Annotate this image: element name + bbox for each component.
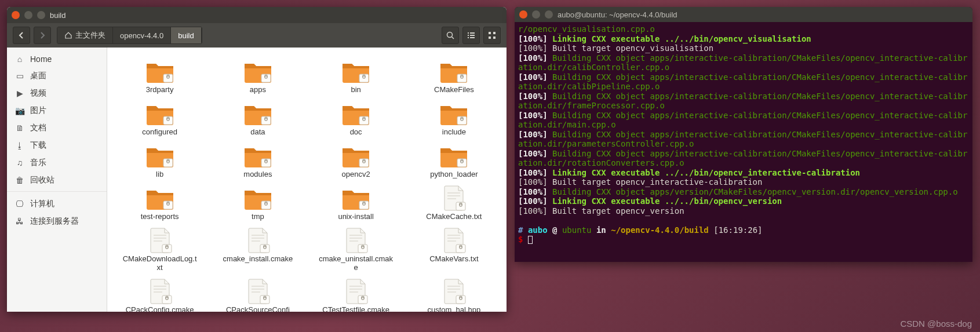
sidebar-icon: 🖧 [15, 217, 24, 226]
sidebar-icon: 📷 [15, 106, 24, 115]
sidebar-item[interactable]: 🖵计算机 [7, 195, 107, 213]
file-item[interactable]: CTestTestfile.cmake [307, 278, 405, 312]
folder-icon [145, 185, 175, 211]
item-label: CMakeCache.txt [426, 213, 482, 221]
folder-icon [341, 143, 371, 169]
item-label: apps [250, 86, 266, 94]
folder-icon [243, 58, 273, 85]
fm-sidebar: ⌂Home▭桌面▶视频📷图片🗎文档⭳下载♫音乐🗑回收站🖵计算机🖧连接到服务器 [7, 48, 107, 312]
nav-back-button[interactable] [13, 27, 30, 44]
file-icon [243, 278, 273, 305]
term-minimize-icon[interactable] [532, 10, 540, 19]
sidebar-item[interactable]: ▭桌面 [7, 67, 107, 85]
fm-icon-grid[interactable]: 3rdpartyappsbinCMakeFilesconfigureddatad… [107, 48, 507, 312]
sidebar-item-label: 连接到服务器 [30, 216, 79, 227]
file-item[interactable]: CMakeVars.txt [405, 227, 503, 275]
list-icon [467, 31, 476, 40]
fm-body: ⌂Home▭桌面▶视频📷图片🗎文档⭳下载♫音乐🗑回收站🖵计算机🖧连接到服务器 3… [7, 48, 507, 312]
svg-rect-5 [470, 35, 475, 36]
sidebar-item-label: 视频 [30, 88, 46, 98]
folder-item[interactable]: data [209, 100, 307, 139]
term-maximize-icon[interactable] [545, 10, 553, 19]
fm-titlebar[interactable]: build [7, 7, 507, 23]
folder-icon [341, 100, 371, 127]
folder-item[interactable]: apps [209, 58, 307, 97]
folder-item[interactable]: 3rdparty [111, 58, 209, 97]
folder-icon [145, 100, 175, 127]
window-close-icon[interactable] [12, 11, 20, 19]
sidebar-icon: ♫ [15, 158, 24, 167]
window-minimize-icon[interactable] [24, 11, 32, 19]
sidebar-item-label: 下载 [30, 140, 46, 151]
sidebar-icon: ⌂ [15, 54, 24, 64]
file-icon [439, 278, 469, 305]
sidebar-icon: ⭳ [15, 141, 24, 150]
item-label: CMakeVars.txt [429, 255, 478, 264]
folder-item[interactable]: CMakeFiles [405, 58, 503, 97]
file-item[interactable]: CPackConfig.cmake [111, 278, 209, 312]
term-titlebar[interactable]: aubo@ubuntu: ~/opencv-4.4.0/build [515, 7, 972, 22]
sidebar-item-label: 回收站 [30, 175, 54, 185]
folder-item[interactable]: lib [111, 143, 209, 181]
terminal-body[interactable]: r/opencv_visualisation.cpp.o [100%] Link… [515, 22, 972, 262]
file-item[interactable]: cmake_uninstall.cmake [307, 227, 405, 275]
sidebar-icon: ▭ [15, 71, 24, 81]
list-view-button[interactable] [462, 27, 480, 44]
folder-item[interactable]: include [405, 100, 503, 139]
folder-item[interactable]: configured [111, 100, 209, 139]
sidebar-item[interactable]: 🗑回收站 [7, 172, 107, 192]
item-label: test-reports [141, 213, 179, 221]
svg-line-1 [452, 37, 454, 39]
folder-item[interactable]: opencv2 [307, 143, 405, 181]
folder-item[interactable]: test-reports [111, 185, 209, 224]
folder-icon [243, 143, 273, 169]
item-label: custom_hal.hpp [427, 306, 480, 312]
window-maximize-icon[interactable] [37, 11, 45, 19]
folder-icon [439, 143, 469, 169]
term-title: aubo@ubuntu: ~/opencv-4.4.0/build [558, 10, 677, 19]
breadcrumb-seg-opencv[interactable]: opencv-4.4.0 [113, 27, 171, 43]
folder-item[interactable]: tmp [209, 185, 307, 224]
file-item[interactable]: custom_hal.hpp [405, 278, 503, 312]
nav-forward-button[interactable] [34, 27, 51, 44]
folder-item[interactable]: bin [307, 58, 405, 97]
folder-item[interactable]: doc [307, 100, 405, 139]
folder-item[interactable]: modules [209, 143, 307, 181]
sidebar-item[interactable]: ⭳下载 [7, 137, 107, 154]
sidebar-item[interactable]: ▶视频 [7, 85, 107, 102]
item-label: CPackConfig.cmake [126, 306, 194, 312]
grid-view-button[interactable] [483, 27, 501, 44]
folder-item[interactable]: unix-install [307, 185, 405, 224]
item-label: CMakeDownloadLog.txt [122, 255, 198, 272]
file-item[interactable]: cmake_install.cmake [209, 227, 307, 275]
terminal-window: aubo@ubuntu: ~/opencv-4.4.0/build r/open… [515, 7, 972, 262]
grid-icon [487, 31, 497, 40]
svg-rect-6 [468, 37, 469, 38]
breadcrumb-seg-build[interactable]: build [171, 27, 201, 43]
file-icon [341, 278, 371, 305]
file-item[interactable]: CMakeCache.txt [405, 185, 503, 224]
sidebar-item[interactable]: ⌂Home [7, 51, 107, 67]
folder-item[interactable]: python_loader [405, 143, 503, 181]
sidebar-item[interactable]: 🖧连接到服务器 [7, 213, 107, 230]
svg-rect-10 [489, 37, 491, 39]
item-label: cmake_install.cmake [223, 255, 293, 264]
term-close-icon[interactable] [519, 10, 527, 19]
item-label: CMakeFiles [434, 86, 474, 94]
sidebar-item-label: Home [30, 54, 52, 64]
watermark: CSDN @boss-dog [900, 319, 972, 329]
breadcrumb-home[interactable]: 主文件夹 [57, 27, 113, 43]
svg-point-0 [447, 32, 453, 38]
sidebar-item[interactable]: ♫音乐 [7, 154, 107, 172]
search-button[interactable] [442, 27, 459, 44]
svg-rect-8 [489, 32, 491, 34]
fm-toolbar: 主文件夹 opencv-4.4.0 build [7, 23, 507, 48]
sidebar-item[interactable]: 📷图片 [7, 102, 107, 119]
sidebar-item[interactable]: 🗎文档 [7, 119, 107, 137]
file-item[interactable]: CPackSourceConfi [209, 278, 307, 312]
item-label: CTestTestfile.cmake [322, 306, 389, 312]
file-item[interactable]: CMakeDownloadLog.txt [111, 227, 209, 275]
sidebar-item-label: 音乐 [30, 158, 46, 168]
item-label: opencv2 [342, 170, 370, 179]
chevron-left-icon [17, 31, 25, 39]
